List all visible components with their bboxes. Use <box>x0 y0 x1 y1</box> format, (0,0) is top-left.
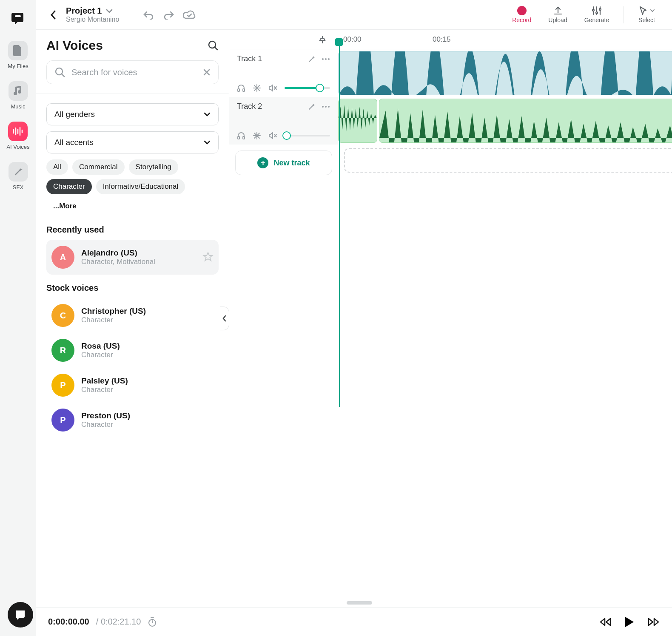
select-button[interactable]: Select <box>632 6 662 23</box>
wand-icon <box>9 162 28 182</box>
stopwatch-icon[interactable] <box>148 617 157 627</box>
search-input[interactable] <box>71 68 197 77</box>
search-input-wrap[interactable] <box>46 60 219 84</box>
transport-bar: 0:00:00.00 / 0:02:21.10 <box>36 607 672 636</box>
search-icon[interactable] <box>208 40 219 51</box>
track-lane[interactable] <box>338 97 672 145</box>
audio-clip[interactable] <box>338 99 377 143</box>
project-name: Project 1 <box>66 6 102 16</box>
svg-rect-0 <box>15 15 21 17</box>
cloud-sync-button[interactable] <box>181 6 198 23</box>
divider <box>36 94 229 94</box>
chat-fab[interactable] <box>8 602 33 627</box>
svg-rect-20 <box>238 89 239 91</box>
rail-sfx[interactable]: SFX <box>9 162 28 190</box>
play-button[interactable] <box>624 616 635 628</box>
voice-name: Alejandro (US) <box>81 248 196 258</box>
voice-card[interactable]: C Christopher (US)Character <box>46 298 219 333</box>
upload-icon <box>553 6 563 15</box>
avatar: A <box>51 246 74 269</box>
upload-button[interactable]: Upload <box>541 6 574 23</box>
topbar: Project 1 Sergio Montanino Record Upload… <box>36 0 672 30</box>
avatar: C <box>51 304 74 327</box>
track-header: Track 1 <box>229 49 338 97</box>
empty-clip-slot[interactable] <box>344 148 672 173</box>
svg-point-14 <box>599 9 601 10</box>
svg-rect-21 <box>243 89 245 91</box>
forward-button[interactable] <box>647 617 660 627</box>
generate-label: Generate <box>584 17 609 23</box>
time-ruler[interactable]: 00:00 00:15 <box>229 30 672 49</box>
more-icon[interactable] <box>322 58 330 60</box>
generate-button[interactable]: Generate <box>578 6 616 23</box>
cursor-icon <box>639 6 655 15</box>
audio-clip[interactable] <box>379 99 672 143</box>
favorite-icon[interactable] <box>202 252 214 263</box>
chevron-down-icon <box>204 112 211 116</box>
voice-name: Christopher (US) <box>81 307 214 316</box>
accent-filter-label: All accents <box>54 138 94 147</box>
chip-informative[interactable]: Informative/Educational <box>96 179 185 194</box>
timeline: 00:00 00:15 Track 1 <box>229 30 672 607</box>
voice-card[interactable]: A Alejandro (US) Character, Motivational <box>46 240 219 275</box>
voice-icon <box>8 122 28 141</box>
chevron-down-icon <box>204 140 211 145</box>
ruler-time-15: 00:15 <box>433 35 451 44</box>
freeze-icon[interactable] <box>253 84 261 92</box>
search-icon <box>54 67 65 78</box>
chip-all[interactable]: All <box>46 159 68 175</box>
clear-icon[interactable] <box>203 68 211 76</box>
voice-tags: Character <box>81 316 214 324</box>
volume-slider[interactable] <box>285 87 330 89</box>
time-total: 0:02:21.10 <box>101 617 141 626</box>
generate-icon <box>592 6 602 15</box>
record-button[interactable]: Record <box>505 6 538 23</box>
chip-commercial[interactable]: Commercial <box>72 159 125 175</box>
freeze-icon[interactable] <box>253 132 261 139</box>
voice-name: Preston (US) <box>81 411 214 420</box>
chevron-down-icon <box>106 9 113 13</box>
voice-card[interactable]: P Preston (US)Character <box>46 403 219 437</box>
rewind-button[interactable] <box>599 617 612 627</box>
voice-name: Rosa (US) <box>81 341 214 351</box>
track-lane[interactable] <box>338 49 672 97</box>
volume-slider[interactable] <box>285 135 330 136</box>
svg-rect-26 <box>243 136 245 139</box>
mute-icon[interactable] <box>268 84 277 92</box>
headphones-icon[interactable] <box>237 84 245 92</box>
accent-filter[interactable]: All accents <box>46 131 219 153</box>
gender-filter-label: All genders <box>54 110 95 119</box>
voices-panel: AI Voices All genders All accents <box>36 30 229 607</box>
chip-storytelling[interactable]: Storytelling <box>129 159 178 175</box>
collapse-panel-button[interactable] <box>220 307 229 330</box>
audio-clip[interactable] <box>338 51 672 95</box>
rail-ai-voices[interactable]: AI Voices <box>6 122 29 150</box>
new-track-button[interactable]: + New track <box>235 150 332 175</box>
rail-music[interactable]: Music <box>9 81 28 110</box>
mute-icon[interactable] <box>268 132 277 139</box>
voice-card[interactable]: P Paisley (US)Character <box>46 368 219 403</box>
voice-tags: Character <box>81 351 214 359</box>
separator <box>132 6 132 23</box>
undo-button[interactable] <box>140 6 157 23</box>
voice-tags: Character <box>81 420 214 429</box>
svg-point-24 <box>328 106 330 108</box>
redo-button[interactable] <box>160 6 177 23</box>
project-picker[interactable]: Project 1 Sergio Montanino <box>66 6 119 23</box>
chip-character[interactable]: Character <box>46 179 92 194</box>
avatar: P <box>51 409 74 432</box>
horizontal-scrollbar[interactable] <box>229 599 672 607</box>
enhance-icon[interactable] <box>308 55 316 63</box>
rail-my-files[interactable]: My Files <box>8 41 28 69</box>
voice-card[interactable]: R Rosa (US)Character <box>46 333 219 368</box>
svg-rect-25 <box>238 136 239 139</box>
enhance-icon[interactable] <box>308 103 316 111</box>
pin-icon[interactable] <box>319 35 326 44</box>
svg-point-18 <box>325 58 327 60</box>
music-icon <box>9 81 28 101</box>
gender-filter[interactable]: All genders <box>46 103 219 125</box>
chip-more[interactable]: ...More <box>46 199 83 214</box>
back-button[interactable] <box>46 8 60 22</box>
more-icon[interactable] <box>322 105 330 108</box>
headphones-icon[interactable] <box>237 132 245 139</box>
